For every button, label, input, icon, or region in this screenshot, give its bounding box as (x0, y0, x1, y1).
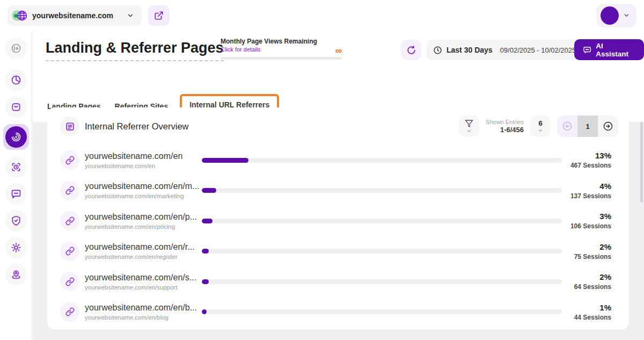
avatar (601, 6, 619, 25)
referrer-url: yourwebsitename.com/en/p... (85, 212, 202, 222)
referrer-row[interactable]: yourwebsitename.com/en/b...yourwebsitena… (60, 297, 629, 328)
date-preset-label: Last 30 Days (447, 46, 493, 54)
percent-value: 4% (563, 182, 611, 191)
link-icon (65, 156, 75, 165)
account-menu[interactable] (596, 4, 636, 27)
website-selector[interactable]: yourwebsitename.com (8, 5, 142, 26)
sidebar-item-location[interactable] (5, 264, 27, 285)
page-header: Landing & Referrer Pages Monthly Page Vi… (33, 31, 644, 91)
location-pin-icon (11, 269, 21, 280)
prev-page-button[interactable] (557, 115, 577, 137)
referrer-row[interactable]: yourwebsitename.com/en/s...yourwebsitena… (60, 266, 629, 297)
chevron-down-icon (466, 128, 472, 134)
referrer-row[interactable]: yourwebsitename.com/enyourwebsitename.co… (60, 145, 629, 176)
filter-button[interactable] (459, 115, 479, 137)
percent-value: 2% (563, 272, 611, 281)
sidebar-item-collapse[interactable] (5, 38, 27, 59)
pie-chart-icon (11, 75, 21, 85)
sessions-bar-track (202, 188, 562, 193)
monthly-pageviews-details-link[interactable]: Click for details (221, 46, 342, 53)
sessions-bar-track (202, 219, 562, 223)
referrer-full-url: yourwebsitename.com/en/support (85, 284, 202, 291)
date-range-picker[interactable]: Last 30 Days 09/02/2025 - 10/02/2025 (427, 40, 592, 60)
referrer-url: yourwebsitename.com/en/b... (85, 303, 202, 313)
ai-assistant-label: AI Assistant (596, 42, 635, 58)
clock-icon (433, 46, 442, 55)
arrow-right-circle-icon (603, 121, 613, 132)
card-header: Internal Referrer Overview Shown Entries… (47, 107, 629, 145)
referrer-full-url: yourwebsitename.com/en/blog (85, 314, 202, 321)
current-page: 1 (577, 115, 598, 137)
page-size-value: 6 (538, 119, 542, 127)
next-page-button[interactable] (598, 115, 618, 137)
referrer-row[interactable]: yourwebsitename.com/en/p...yourwebsitena… (60, 206, 629, 236)
main-content: Landing & Referrer Pages Monthly Page Vi… (33, 31, 644, 340)
sessions-bar-track (202, 309, 562, 314)
sessions-bar-fill (202, 279, 209, 284)
app-root: yourwebsitename.com (0, 0, 644, 340)
report-icon-wrap (60, 117, 79, 136)
chat-bubble-icon (11, 189, 21, 199)
referrer-row[interactable]: yourwebsitename.com/en/m...yourwebsitena… (60, 176, 629, 206)
referrer-full-url: yourwebsitename.com/en/pricing (85, 223, 202, 230)
sidebar-item-recordings[interactable] (5, 156, 27, 178)
sidebar-item-settings[interactable] (5, 237, 27, 258)
sessions-bar-track (202, 158, 562, 163)
pagination: 1 (557, 115, 618, 137)
report-icon (65, 121, 75, 132)
sessions-bar-track (202, 279, 562, 284)
sessions-value: 137 Sessions (563, 192, 611, 200)
refresh-icon (406, 45, 416, 55)
sidebar-item-privacy[interactable] (5, 210, 27, 232)
referrer-full-url: yourwebsitename.com/en/register (85, 254, 202, 260)
sidebar-item-dashboard[interactable] (5, 69, 27, 91)
collapse-arrow-icon (11, 43, 21, 54)
sidebar-nav (0, 31, 32, 340)
link-icon (65, 216, 75, 226)
sessions-value: 106 Sessions (563, 222, 611, 230)
filter-funnel-icon (465, 119, 473, 128)
sessions-value: 44 Sessions (563, 314, 611, 321)
percent-value: 13% (563, 151, 611, 160)
chat-bubble-icon (583, 45, 591, 54)
sessions-bar-fill (202, 249, 209, 254)
sidebar-item-ecommerce[interactable] (5, 96, 27, 118)
session-focus-icon (11, 162, 21, 172)
shown-entries: Shown Entries 1-6/456 (486, 119, 524, 134)
open-website-button[interactable] (148, 5, 170, 26)
sessions-value: 75 Sessions (563, 253, 611, 261)
page-size-selector[interactable]: 6 (530, 115, 551, 137)
sidebar-item-behavior-active[interactable] (3, 124, 29, 150)
link-icon (65, 186, 75, 195)
sessions-value: 64 Sessions (563, 283, 611, 291)
monthly-pageviews-widget: Monthly Page Views Remaining Click for d… (221, 38, 342, 60)
radar-icon (11, 132, 21, 142)
sidebar-item-feedback[interactable] (5, 183, 27, 205)
sessions-bar-fill (202, 219, 213, 223)
chevron-down-icon (623, 12, 630, 19)
shopping-bag-icon (11, 102, 21, 112)
page-title: Landing & Referrer Pages (46, 40, 224, 61)
sessions-bar-track (202, 249, 562, 254)
monthly-pageviews-progressbar (221, 57, 342, 60)
link-icon (65, 247, 75, 256)
link-icon (65, 277, 75, 286)
ai-assistant-button[interactable]: AI Assistant (574, 39, 644, 60)
external-link-icon (154, 11, 164, 20)
referrer-url: yourwebsitename.com/en (85, 151, 202, 161)
shield-check-icon (11, 215, 21, 226)
referrer-list: yourwebsitename.com/enyourwebsitename.co… (47, 145, 629, 327)
percent-value: 3% (563, 212, 611, 221)
gear-icon (11, 242, 21, 253)
date-range-value: 09/02/2025 - 10/02/2025 (500, 46, 576, 54)
referrer-url: yourwebsitename.com/en/m... (85, 182, 202, 191)
chevron-down-icon (538, 128, 543, 133)
referrer-url: yourwebsitename.com/en/r... (85, 242, 202, 252)
shown-entries-value: 1-6/456 (486, 126, 524, 134)
scrollbar-thumb[interactable] (640, 122, 643, 202)
referrer-row[interactable]: yourwebsitename.com/en/r...yourwebsitena… (60, 236, 629, 267)
refresh-button[interactable] (401, 40, 421, 60)
monthly-pageviews-label: Monthly Page Views Remaining (221, 38, 342, 45)
referrer-url: yourwebsitename.com/en/s... (85, 273, 202, 283)
infinity-value: ∞ (335, 46, 342, 55)
